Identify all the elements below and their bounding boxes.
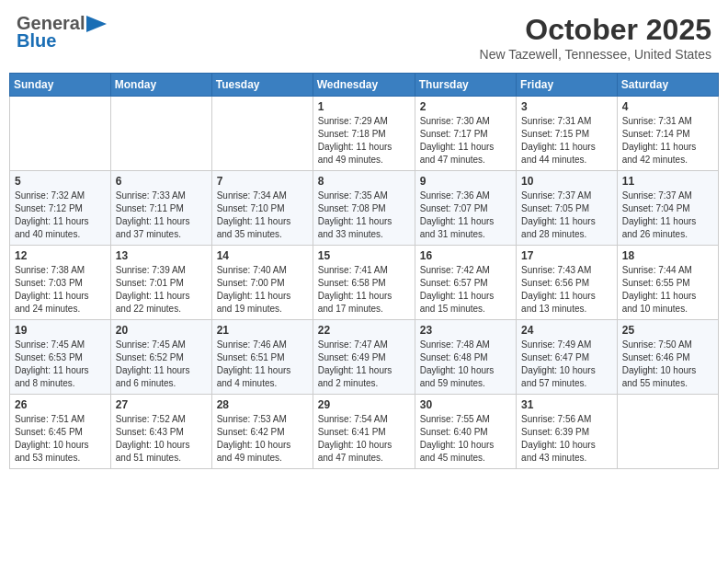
day-number: 6	[116, 175, 207, 188]
sunrise-text: Sunrise: 7:54 AM	[318, 414, 388, 424]
day-number: 22	[318, 324, 410, 337]
sunrise-text: Sunrise: 7:50 AM	[622, 339, 692, 350]
sunset-text: Sunset: 7:07 PM	[420, 203, 488, 213]
sunset-text: Sunset: 6:40 PM	[420, 427, 488, 437]
day-number: 12	[15, 249, 106, 262]
sunset-text: Sunset: 6:41 PM	[318, 427, 386, 437]
sunset-text: Sunset: 7:00 PM	[217, 278, 285, 288]
sunrise-text: Sunrise: 7:31 AM	[521, 116, 591, 126]
daylight-text: Daylight: 10 hours and 59 minutes.	[420, 365, 495, 388]
day-number: 10	[521, 175, 612, 188]
daylight-text: Daylight: 11 hours and 24 minutes.	[15, 291, 89, 314]
weekday-header-thursday: Thursday	[415, 74, 516, 97]
calendar-cell	[110, 97, 211, 171]
daylight-text: Daylight: 10 hours and 57 minutes.	[521, 365, 596, 388]
daylight-text: Daylight: 10 hours and 53 minutes.	[15, 440, 89, 463]
sunrise-text: Sunrise: 7:42 AM	[420, 265, 490, 275]
sunset-text: Sunset: 6:46 PM	[622, 352, 690, 362]
daylight-text: Daylight: 11 hours and 6 minutes.	[116, 365, 190, 388]
day-info: Sunrise: 7:34 AM Sunset: 7:10 PM Dayligh…	[217, 190, 308, 241]
day-info: Sunrise: 7:38 AM Sunset: 7:03 PM Dayligh…	[15, 264, 106, 316]
calendar-cell: 9 Sunrise: 7:36 AM Sunset: 7:07 PM Dayli…	[415, 171, 516, 246]
calendar-cell: 10 Sunrise: 7:37 AM Sunset: 7:05 PM Dayl…	[517, 171, 618, 246]
sunrise-text: Sunrise: 7:38 AM	[15, 265, 85, 275]
location-title: New Tazewell, Tennessee, United States	[480, 47, 711, 62]
day-number: 20	[116, 324, 207, 337]
sunrise-text: Sunrise: 7:32 AM	[15, 190, 85, 201]
sunset-text: Sunset: 7:18 PM	[318, 129, 386, 139]
day-number: 18	[622, 249, 713, 262]
day-info: Sunrise: 7:47 AM Sunset: 6:49 PM Dayligh…	[318, 339, 410, 390]
calendar-cell: 1 Sunrise: 7:29 AM Sunset: 7:18 PM Dayli…	[313, 97, 415, 171]
sunrise-text: Sunrise: 7:43 AM	[521, 265, 591, 275]
sunset-text: Sunset: 7:11 PM	[116, 203, 184, 213]
daylight-text: Daylight: 10 hours and 47 minutes.	[318, 440, 392, 463]
day-number: 23	[420, 324, 511, 337]
calendar-cell: 20 Sunrise: 7:45 AM Sunset: 6:52 PM Dayl…	[110, 320, 211, 395]
day-number: 19	[15, 324, 106, 337]
sunset-text: Sunset: 6:53 PM	[15, 352, 83, 362]
calendar-cell: 30 Sunrise: 7:55 AM Sunset: 6:40 PM Dayl…	[415, 395, 516, 469]
sunset-text: Sunset: 7:03 PM	[15, 278, 83, 288]
day-number: 8	[318, 175, 410, 188]
calendar-cell: 14 Sunrise: 7:40 AM Sunset: 7:00 PM Dayl…	[211, 246, 313, 320]
sunset-text: Sunset: 6:43 PM	[116, 427, 184, 437]
month-title: October 2025	[480, 13, 711, 47]
day-info: Sunrise: 7:54 AM Sunset: 6:41 PM Dayligh…	[318, 413, 410, 465]
weekday-header-wednesday: Wednesday	[313, 74, 415, 97]
sunset-text: Sunset: 7:08 PM	[318, 203, 386, 213]
weekday-header-tuesday: Tuesday	[211, 74, 313, 97]
sunrise-text: Sunrise: 7:46 AM	[217, 339, 287, 350]
day-number: 17	[521, 249, 612, 262]
sunrise-text: Sunrise: 7:40 AM	[217, 265, 287, 275]
day-number: 31	[521, 398, 612, 411]
daylight-text: Daylight: 11 hours and 42 minutes.	[622, 142, 697, 165]
sunset-text: Sunset: 6:55 PM	[622, 278, 690, 288]
calendar-cell: 24 Sunrise: 7:49 AM Sunset: 6:47 PM Dayl…	[517, 320, 618, 395]
day-number: 4	[622, 100, 713, 113]
sunset-text: Sunset: 6:42 PM	[217, 427, 285, 437]
sunset-text: Sunset: 6:45 PM	[15, 427, 83, 437]
page-header: General Blue October 2025 New Tazewell, …	[9, 9, 719, 65]
day-info: Sunrise: 7:50 AM Sunset: 6:46 PM Dayligh…	[622, 339, 713, 390]
daylight-text: Daylight: 11 hours and 17 minutes.	[318, 291, 392, 314]
day-info: Sunrise: 7:41 AM Sunset: 6:58 PM Dayligh…	[318, 264, 410, 316]
weekday-header-saturday: Saturday	[617, 74, 718, 97]
day-info: Sunrise: 7:45 AM Sunset: 6:53 PM Dayligh…	[15, 339, 106, 390]
sunrise-text: Sunrise: 7:33 AM	[116, 190, 186, 201]
daylight-text: Daylight: 11 hours and 49 minutes.	[318, 142, 392, 165]
sunrise-text: Sunrise: 7:30 AM	[420, 116, 490, 126]
day-number: 5	[15, 175, 106, 188]
calendar-week-row: 12 Sunrise: 7:38 AM Sunset: 7:03 PM Dayl…	[10, 246, 719, 320]
daylight-text: Daylight: 11 hours and 37 minutes.	[116, 216, 190, 239]
day-info: Sunrise: 7:52 AM Sunset: 6:43 PM Dayligh…	[116, 413, 207, 465]
calendar-cell: 15 Sunrise: 7:41 AM Sunset: 6:58 PM Dayl…	[313, 246, 415, 320]
sunrise-text: Sunrise: 7:35 AM	[318, 190, 388, 201]
day-number: 3	[521, 100, 612, 113]
calendar-week-row: 5 Sunrise: 7:32 AM Sunset: 7:12 PM Dayli…	[10, 171, 719, 246]
day-number: 26	[15, 398, 106, 411]
daylight-text: Daylight: 10 hours and 51 minutes.	[116, 440, 190, 463]
calendar-cell: 27 Sunrise: 7:52 AM Sunset: 6:43 PM Dayl…	[110, 395, 211, 469]
sunrise-text: Sunrise: 7:44 AM	[622, 265, 692, 275]
sunset-text: Sunset: 7:05 PM	[521, 203, 589, 213]
calendar-cell: 18 Sunrise: 7:44 AM Sunset: 6:55 PM Dayl…	[617, 246, 718, 320]
sunset-text: Sunset: 6:56 PM	[521, 278, 589, 288]
calendar-cell: 23 Sunrise: 7:48 AM Sunset: 6:48 PM Dayl…	[415, 320, 516, 395]
day-info: Sunrise: 7:45 AM Sunset: 6:52 PM Dayligh…	[116, 339, 207, 390]
calendar-cell: 13 Sunrise: 7:39 AM Sunset: 7:01 PM Dayl…	[110, 246, 211, 320]
svg-marker-0	[86, 16, 107, 32]
day-info: Sunrise: 7:31 AM Sunset: 7:15 PM Dayligh…	[521, 115, 612, 167]
calendar-cell: 5 Sunrise: 7:32 AM Sunset: 7:12 PM Dayli…	[10, 171, 111, 246]
sunrise-text: Sunrise: 7:49 AM	[521, 339, 591, 350]
sunrise-text: Sunrise: 7:51 AM	[15, 414, 85, 424]
daylight-text: Daylight: 11 hours and 22 minutes.	[116, 291, 190, 314]
day-info: Sunrise: 7:37 AM Sunset: 7:05 PM Dayligh…	[521, 190, 612, 241]
logo-icon	[86, 16, 107, 32]
calendar-cell: 11 Sunrise: 7:37 AM Sunset: 7:04 PM Dayl…	[617, 171, 718, 246]
sunrise-text: Sunrise: 7:45 AM	[15, 339, 85, 350]
sunset-text: Sunset: 6:58 PM	[318, 278, 386, 288]
sunrise-text: Sunrise: 7:53 AM	[217, 414, 287, 424]
calendar-cell	[211, 97, 313, 171]
daylight-text: Daylight: 11 hours and 10 minutes.	[622, 291, 697, 314]
